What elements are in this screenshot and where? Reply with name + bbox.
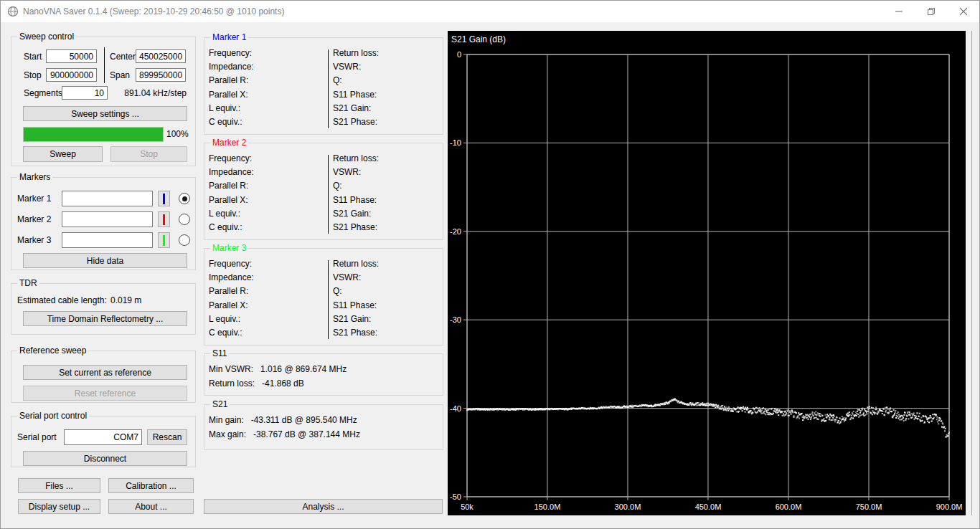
x-tick-label: 750.0M <box>856 502 882 511</box>
marker-data-group: Marker 1Frequency:Impedance:Parallel R:P… <box>204 37 443 135</box>
marker-data-group: Marker 3Frequency:Impedance:Parallel R:P… <box>204 248 443 345</box>
minimize-icon <box>895 7 903 16</box>
span-label: Span <box>110 70 130 80</box>
display-setup-button[interactable]: Display setup ... <box>18 499 100 514</box>
marker-color-chip <box>163 235 165 246</box>
serial-port-title: Serial port control <box>17 411 89 421</box>
field-label: Impedance: <box>209 272 254 286</box>
stat-label: Min gain: <box>209 415 244 425</box>
chart-svg: S21 Gain (dB)0-10-20-30-40-5050k150.0M30… <box>448 31 966 515</box>
close-button[interactable] <box>947 1 979 22</box>
hide-data-button[interactable]: Hide data <box>23 253 187 268</box>
marker-frequency-input[interactable] <box>62 232 153 248</box>
stat-label: Return loss: <box>209 378 255 389</box>
serial-port-label: Serial port <box>17 432 57 442</box>
x-tick-label: 50k <box>461 502 473 511</box>
marker-active-radio[interactable] <box>179 193 190 204</box>
y-tick-label: -30 <box>450 315 461 324</box>
marker-label: Marker 2 <box>17 214 51 224</box>
restore-icon <box>927 7 936 16</box>
y-tick-label: -40 <box>450 404 461 413</box>
marker-label: Marker 1 <box>17 194 51 204</box>
field-label: C equiv.: <box>209 328 254 341</box>
marker-fields-right: Return loss:VSWR:Q:S11 Phase:S21 Gain:S2… <box>333 48 379 130</box>
segments-input[interactable] <box>62 86 108 100</box>
marker-color-button[interactable] <box>158 211 170 227</box>
stop-button[interactable]: Stop <box>110 146 187 162</box>
reference-sweep-title: Reference sweep <box>17 345 88 356</box>
rescan-button[interactable]: Rescan <box>147 429 187 445</box>
stat-value: -38.767 dB @ 387.144 MHz <box>253 429 360 439</box>
minimize-button[interactable] <box>882 1 915 22</box>
start-input[interactable] <box>46 49 97 63</box>
marker-data-title: Marker 1 <box>210 32 248 42</box>
field-label: VSWR: <box>333 272 379 286</box>
y-tick-label: -50 <box>450 492 461 501</box>
serial-port-input[interactable] <box>64 429 142 445</box>
marker-data-title: Marker 3 <box>210 243 248 253</box>
stat-label: Max gain: <box>209 429 246 439</box>
marker-fields-divider <box>328 49 329 128</box>
field-label: S11 Phase: <box>333 195 379 209</box>
y-tick-label: -20 <box>450 227 461 236</box>
x-tick-label: 300.0M <box>615 502 641 511</box>
tdr-title: TDR <box>17 278 39 288</box>
tdr-group: TDR Estimated cable length: 0.019 m Time… <box>11 283 196 335</box>
marker-frequency-input[interactable] <box>62 191 153 206</box>
stat-value: -43.311 dB @ 895.540 MHz <box>251 415 357 425</box>
reset-reference-button[interactable]: Reset reference <box>23 386 187 401</box>
stop-input[interactable] <box>46 68 97 82</box>
field-label: Frequency: <box>209 153 254 167</box>
sweep-button[interactable]: Sweep <box>23 146 103 162</box>
field-label: Impedance: <box>209 62 254 75</box>
sweep-control-title: Sweep control <box>17 32 76 42</box>
field-label: Return loss: <box>333 153 379 167</box>
files-button[interactable]: Files ... <box>18 478 100 493</box>
stat-value: -41.868 dB <box>262 378 304 389</box>
stat-label: Min VSWR: <box>209 364 253 374</box>
s11-title: S11 <box>210 348 229 358</box>
field-label: Return loss: <box>333 259 379 272</box>
progress-fill <box>24 128 163 141</box>
marker-data-group: Marker 2Frequency:Impedance:Parallel R:P… <box>204 143 443 240</box>
field-label: S11 Phase: <box>333 300 379 314</box>
field-label: S21 Phase: <box>333 328 379 341</box>
progress-percent: 100% <box>166 129 189 139</box>
disconnect-button[interactable]: Disconnect <box>23 451 187 466</box>
field-label: Parallel R: <box>209 75 254 89</box>
marker-frequency-input[interactable] <box>62 211 153 227</box>
marker-color-button[interactable] <box>158 232 170 248</box>
title-bar: NanoVNA Saver 0.1.4 (Sweep: 2019-10-29 2… <box>1 1 979 22</box>
stat-row: Min gain:-43.311 dB @ 895.540 MHz <box>209 415 357 425</box>
radio-dot <box>182 196 187 201</box>
x-tick-label: 900.0M <box>936 502 963 511</box>
set-reference-button[interactable]: Set current as reference <box>23 365 187 380</box>
cable-length-label: Estimated cable length: <box>17 295 107 305</box>
center-input[interactable] <box>136 49 186 63</box>
span-input[interactable] <box>136 68 186 82</box>
s11-stats-group: S11 Min VSWR:1.016 @ 869.674 MHzReturn l… <box>204 353 443 396</box>
field-label: S21 Gain: <box>333 103 379 117</box>
chart-grid <box>463 54 949 500</box>
stat-row: Max gain:-38.767 dB @ 387.144 MHz <box>209 429 360 439</box>
sweep-control-group: Sweep control Start Center Stop Span Seg… <box>11 37 196 166</box>
about-button[interactable]: About ... <box>108 499 194 514</box>
marker-active-radio[interactable] <box>179 234 190 246</box>
close-icon <box>959 7 968 16</box>
s21-gain-chart[interactable]: S21 Gain (dB)0-10-20-30-40-5050k150.0M30… <box>448 31 966 515</box>
field-label: S21 Gain: <box>333 314 379 328</box>
analysis-button[interactable]: Analysis ... <box>204 499 443 514</box>
marker-color-button[interactable] <box>158 191 170 206</box>
stop-label: Stop <box>24 70 42 80</box>
reference-sweep-group: Reference sweep Set current as reference… <box>11 351 196 403</box>
calibration-button[interactable]: Calibration ... <box>108 478 194 493</box>
restore-button[interactable] <box>915 1 947 22</box>
marker-color-chip <box>163 214 165 225</box>
sweep-column-divider <box>104 47 105 83</box>
sweep-settings-button[interactable]: Sweep settings ... <box>23 106 187 121</box>
x-tick-label: 150.0M <box>534 502 561 511</box>
marker-active-radio[interactable] <box>179 214 190 225</box>
marker-fields-left: Frequency:Impedance:Parallel R:Parallel … <box>209 48 254 130</box>
step-size-text: 891.04 kHz/step <box>124 88 187 98</box>
tdr-button[interactable]: Time Domain Reflectometry ... <box>23 311 187 326</box>
